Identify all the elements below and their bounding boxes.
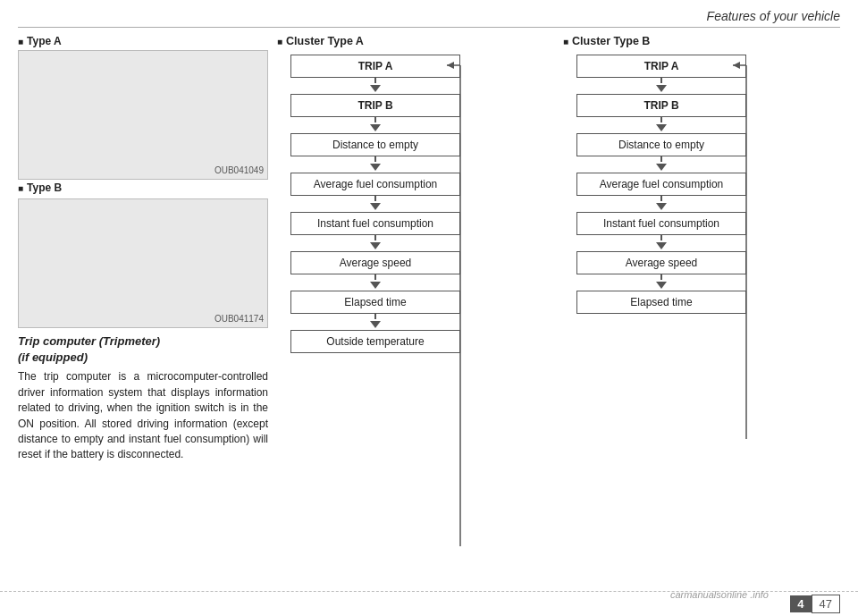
- loop-arrow-a: [447, 55, 474, 353]
- arrow-4: [374, 196, 376, 201]
- flow-box-instant-fuel: Instant fuel consumption: [290, 212, 460, 235]
- flow-box-avg-fuel: Average fuel consumption: [290, 173, 460, 196]
- left-panel: Type A OUB041049 Type B OUB041174 Trip c…: [18, 35, 277, 588]
- flow-b-box-trip-a: TRIP A: [576, 55, 746, 78]
- cluster-b-flow: TRIP A TRIP B Distance to empty Average …: [563, 55, 760, 314]
- b-arrow-1: [660, 78, 662, 83]
- flow-b-box-trip-b: TRIP B: [576, 94, 746, 117]
- arrow-2: [374, 117, 376, 122]
- cluster-b-title: Cluster Type B: [563, 35, 650, 47]
- arrow-head-6: [370, 282, 381, 289]
- flow-b-box-avg-fuel: Average fuel consumption: [576, 173, 746, 196]
- arrow-6: [374, 274, 376, 280]
- cluster-b-diagram: TRIP A TRIP B Distance to empty Average …: [563, 55, 760, 314]
- page-header: Features of your vehicle: [18, 9, 840, 28]
- arrow-head-4: [370, 203, 381, 210]
- arrow-5: [374, 235, 376, 240]
- watermark: carmanualsonline .info: [670, 589, 769, 600]
- b-arrow-2: [660, 117, 662, 122]
- type-b-image: OUB041174: [18, 198, 268, 328]
- flow-box-avg-speed: Average speed: [290, 251, 460, 274]
- cluster-a-diagram: TRIP A TRIP B Distance to empty Average …: [277, 55, 474, 353]
- page-number: 47: [812, 595, 840, 613]
- arrow-head-3: [370, 164, 381, 171]
- cluster-a-panel: Cluster Type A TRIP A TRIP B Distance to…: [277, 35, 554, 588]
- type-a-label: Type A: [18, 35, 268, 47]
- flow-box-trip-b: TRIP B: [290, 94, 460, 117]
- arrow-7: [374, 314, 376, 319]
- arrow-3: [374, 156, 376, 162]
- b-arrow-head-1: [656, 85, 667, 92]
- flow-box-distance: Distance to empty: [290, 133, 460, 156]
- page-container: Features of your vehicle Type A OUB04104…: [0, 0, 858, 616]
- svg-marker-5: [733, 62, 740, 69]
- cluster-panels: Cluster Type A TRIP A TRIP B Distance to…: [277, 35, 840, 588]
- arrow-head-5: [370, 242, 381, 249]
- cluster-b-panel: Cluster Type B TRIP A TRIP B Distance to…: [563, 35, 840, 588]
- flow-b-box-elapsed: Elapsed time: [576, 291, 746, 314]
- arrow-1: [374, 78, 376, 83]
- trip-computer-desc: The trip computer is a microcomputer-con…: [18, 369, 268, 462]
- header-title: Features of your vehicle: [707, 9, 840, 23]
- cluster-a-flow: TRIP A TRIP B Distance to empty Average …: [277, 55, 474, 353]
- page-section-number: 4: [790, 595, 811, 612]
- flow-b-box-instant-fuel: Instant fuel consumption: [576, 212, 746, 235]
- oub-b-label: OUB041174: [214, 314, 264, 324]
- flow-box-outside-temp: Outside temperature: [290, 330, 460, 353]
- loop-arrow-b: [733, 55, 760, 314]
- b-arrow-5: [660, 235, 662, 240]
- trip-computer-title: Trip computer (Tripmeter)(if equipped): [18, 333, 268, 366]
- flow-b-box-avg-speed: Average speed: [576, 251, 746, 274]
- b-arrow-head-5: [656, 242, 667, 249]
- b-arrow-3: [660, 156, 662, 162]
- svg-marker-2: [447, 62, 454, 69]
- b-arrow-head-4: [656, 203, 667, 210]
- arrow-head-7: [370, 321, 381, 328]
- page-numbers: 4 47: [790, 595, 840, 613]
- arrow-head-2: [370, 124, 381, 131]
- main-content: Type A OUB041049 Type B OUB041174 Trip c…: [18, 35, 840, 588]
- flow-b-box-distance: Distance to empty: [576, 133, 746, 156]
- b-arrow-4: [660, 196, 662, 201]
- arrow-head-1: [370, 85, 381, 92]
- b-arrow-head-3: [656, 164, 667, 171]
- flow-box-elapsed: Elapsed time: [290, 291, 460, 314]
- flow-box-trip-a: TRIP A: [290, 55, 460, 78]
- b-arrow-head-2: [656, 124, 667, 131]
- b-arrow-6: [660, 274, 662, 280]
- page-footer: carmanualsonline .info 4 47: [0, 591, 858, 616]
- type-b-label: Type B: [18, 181, 268, 194]
- b-arrow-head-6: [656, 282, 667, 289]
- type-a-image: OUB041049: [18, 50, 268, 180]
- cluster-a-title: Cluster Type A: [277, 35, 364, 47]
- oub-a-label: OUB041049: [214, 165, 264, 175]
